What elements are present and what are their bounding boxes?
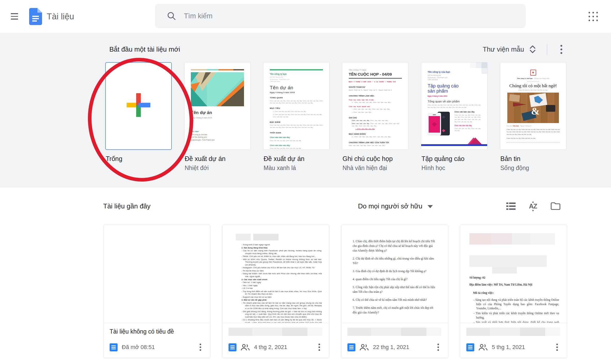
redacted-text <box>347 328 442 336</box>
template-card-brochure-geometric[interactable]: Tên công ty của bạn 123 Tên đường phố Qu… <box>421 62 487 172</box>
doc-options-menu-button[interactable] <box>314 342 325 353</box>
template-thumbnail: Tên dự án Ngày 4 tháng 9 năm 20XX Tên bạ… <box>184 62 251 150</box>
doc-card-content-report[interactable]: - Trung bình 3 bài/ ngày/ người.2. Nội d… <box>222 225 329 358</box>
doc-line: - LS: 2-4 bài <box>241 287 322 290</box>
doc-line: - Support các mục khi có sự kiện <box>241 296 322 299</box>
template-gallery-section: Bắt đầu một tài liệu mới Thư viện mẫu <box>0 33 611 188</box>
template-subtitle: Nhiệt đới <box>185 165 251 172</box>
template-section-title: Bắt đầu một tài liệu mới <box>109 45 180 53</box>
owner-filter-dropdown[interactable]: Do mọi người sở hữu <box>358 202 433 210</box>
hamburger-menu-button[interactable] <box>5 7 23 26</box>
doc-options-menu-button[interactable] <box>433 342 444 353</box>
doc-line: 3. Gia đình chị có dự định đi du lịch tr… <box>353 269 437 273</box>
doc-line: 6. Chị có thể chia sẻ về kỉ niệm sắm Tết… <box>353 297 437 302</box>
template-subtitle: Hình học <box>421 165 487 172</box>
google-plus-icon <box>127 93 150 117</box>
doc-line: - Tin nhanh phải báo cáo sẽ làm tin bài … <box>241 302 322 310</box>
sort-az-button[interactable]: ▲AZ▼ <box>529 200 537 212</box>
app-header: Tài liệu <box>0 0 611 33</box>
list-view-button[interactable] <box>506 202 516 210</box>
doc-thumbnail: 1. Chào chị, đến thời điểm hiện tại chị … <box>341 225 448 323</box>
doc-line: - Dạng bài khắm: Viết chưa đạt mức anh P… <box>241 272 322 278</box>
doc-line: 3. Các mục sản xuất chính <box>241 278 322 281</box>
doc-meta: Đã mở 08:51 <box>122 344 155 351</box>
list-view-icon <box>506 202 516 210</box>
doc-line: 4. Một số vấn đề gặp phải <box>241 299 322 302</box>
doc-line: - Một số MXH như Quora, Twitter, Reddit … <box>241 258 322 266</box>
doc-heading: Chúng tôi có một bất ngờ! <box>507 83 560 88</box>
docs-file-icon <box>229 343 237 351</box>
doc-card-untitled[interactable]: Tài liệu không có tiêu đề Đã mở 08:51 <box>103 225 210 358</box>
template-card-newsletter-lively[interactable]: ♥ Tên công ty của bạn - Thông báo hàng t… <box>500 62 566 172</box>
template-thumbnail: TÊN CÔNG TY BẠN TÊN CUỘC HỌP - 04/09 NGÀ… <box>342 62 409 150</box>
template-title: Bản tin <box>500 155 566 163</box>
doc-meta: 4 thg 2, 2021 <box>254 344 287 351</box>
template-gallery-button[interactable]: Thư viện mẫu <box>479 42 540 56</box>
doc-meta: 5 thg 1, 2021 <box>492 344 525 351</box>
template-card-project-proposal-tropic[interactable]: Tên dự án Ngày 4 tháng 9 năm 20XX Tên bạ… <box>184 62 251 172</box>
template-subtitle: Màu xanh lá <box>264 165 330 172</box>
search-input[interactable] <box>184 12 519 20</box>
open-file-picker-button[interactable] <box>550 202 561 210</box>
template-options-menu-button[interactable] <box>554 42 568 56</box>
template-title: Đề xuất dự án <box>185 155 251 163</box>
blank-template-thumbnail <box>105 62 172 150</box>
redacted-text <box>469 255 547 267</box>
doc-heading: TÊN CUỘC HỌP - 04/09 <box>349 72 402 77</box>
doc-line: 2. Nội dung đang khai thác <box>241 247 322 249</box>
doc-line: 4. quan điểm chi tiêu ngày Tết của chị l… <box>353 277 437 281</box>
doc-title: Tài liệu không có tiêu đề <box>103 323 210 338</box>
template-thumbnail: ♥ Tên công ty của bạn - Thông báo hàng t… <box>500 62 566 150</box>
recent-section-title: Tài liệu gần đây <box>103 202 151 210</box>
doc-options-menu-button[interactable] <box>551 342 563 353</box>
doc-thumbnail: Số lượng: 02 Địa điểm làm việc: Mễ Trì, … <box>460 225 567 323</box>
template-card-meeting-notes-modern-writer[interactable]: TÊN CÔNG TY BẠN TÊN CUỘC HỌP - 04/09 NGÀ… <box>342 62 409 172</box>
template-subtitle: Nhà văn hiện đại <box>343 165 409 172</box>
divider <box>547 44 547 55</box>
doc-line: - Yêu: 1 bài/ ngày <box>241 284 322 287</box>
doc-line: Mô tả công việc: <box>473 291 559 295</box>
doc-thumbnail <box>103 225 210 323</box>
search-icon <box>167 11 176 21</box>
shared-people-icon <box>360 344 369 351</box>
doc-line: - Sáng tạo nội dung và phát triển toàn b… <box>474 298 559 311</box>
redacted-text <box>236 234 322 240</box>
doc-options-menu-button[interactable] <box>195 342 206 353</box>
doc-heading: Tập quảng cáo sản phẩm <box>428 83 481 94</box>
geometric-artwork <box>191 72 244 106</box>
docs-file-icon <box>347 343 355 351</box>
doc-line: Số lượng: 02 <box>469 276 559 280</box>
template-subtitle: Sống động <box>500 165 566 172</box>
doc-line: - Có 1 khoảng time đầu muốn làm bài LS c… <box>241 319 322 323</box>
doc-card-job-description[interactable]: Số lượng: 02 Địa điểm làm việc: Mễ Trì, … <box>460 225 567 358</box>
recent-document-cards: Tài liệu không có tiêu đề Đã mở 08:51 - … <box>103 225 567 358</box>
doc-line: - Tiktok: Chủ yếu vui vẻ, khắm lọ, mẹo v… <box>241 255 322 258</box>
shared-people-icon <box>241 344 250 351</box>
template-cards-row: Trống <box>104 62 568 172</box>
template-title: Đề xuất dự án <box>264 155 330 163</box>
doc-line: 1. Chào chị, đến thời điểm hiện tại chị … <box>353 239 437 253</box>
doc-line: - Các tin cư dân mạng trên Facebook: phố… <box>241 249 322 255</box>
doc-line: - Tùy từng thời điểm sẽ sản xuất tin bài… <box>241 290 322 296</box>
template-title: Tập quảng cáo <box>421 155 487 163</box>
doc-title-redacted <box>341 323 448 338</box>
template-card-blank[interactable]: Trống <box>105 62 172 172</box>
app-title: Tài liệu <box>47 12 74 21</box>
docs-file-icon <box>466 343 474 351</box>
recent-documents-section: Tài liệu gần đây Do mọi người sở hữu ▲AZ… <box>0 188 611 358</box>
google-docs-logo-icon[interactable] <box>29 8 42 25</box>
doc-line: - Tâm sự: 1 bài/ ngày <box>241 281 322 284</box>
folder-icon <box>550 202 561 210</box>
doc-heading: Tên dự án <box>191 110 244 115</box>
desk-photo: & <box>507 93 559 123</box>
redacted-text <box>492 267 517 273</box>
google-apps-grid-icon[interactable] <box>585 8 602 25</box>
doc-line: Địa điểm làm việc: Mễ Trì, Nam Từ Liêm, … <box>469 282 559 287</box>
template-card-project-proposal-spearmint[interactable]: Tên công ty bạn 123 Tên đường phố Quận/H… <box>263 62 330 172</box>
doc-title-redacted <box>460 323 567 338</box>
redacted-text <box>469 233 530 245</box>
doc-line: - Instagram: Chủ yếu follow các KOLs để … <box>241 266 322 269</box>
doc-card-interview-questions[interactable]: 1. Chào chị, đến thời điểm hiện tại chị … <box>341 225 448 358</box>
doc-line: - Giờ giấc không chủ động, thông thường … <box>241 310 322 319</box>
search-bar[interactable] <box>155 4 526 28</box>
